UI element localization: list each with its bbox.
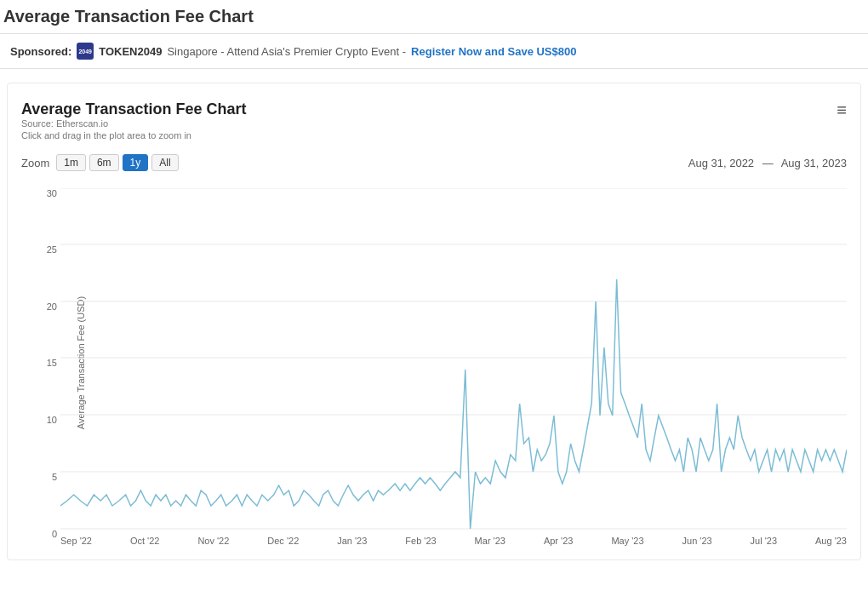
- sponsored-label: Sponsored:: [10, 45, 71, 58]
- chart-svg: [60, 188, 847, 537]
- x-label-aug23: Aug '23: [815, 536, 847, 546]
- zoom-label: Zoom: [21, 157, 49, 169]
- x-label-mar23: Mar '23: [475, 536, 505, 546]
- x-label-jan23: Jan '23: [337, 536, 367, 546]
- y-tick-10: 10: [47, 415, 57, 425]
- x-axis-labels: Sep '22 Oct '22 Nov '22 Dec '22 Jan '23 …: [60, 536, 847, 546]
- chart-area[interactable]: Average Transaction Fee (USD) 30 25 20 1…: [21, 180, 847, 546]
- y-tick-15: 15: [47, 358, 57, 368]
- chart-container: Average Transaction Fee Chart Source: Et…: [7, 83, 861, 560]
- date-range: Aug 31, 2022 — Aug 31, 2023: [688, 157, 847, 169]
- token-logo: 2049: [77, 43, 94, 60]
- hamburger-icon[interactable]: ≡: [837, 100, 847, 120]
- x-label-nov22: Nov '22: [197, 536, 229, 546]
- y-tick-25: 25: [47, 244, 57, 255]
- zoom-6m-button[interactable]: 6m: [89, 154, 119, 171]
- zoom-1y-button[interactable]: 1y: [123, 154, 149, 171]
- y-tick-30: 30: [47, 188, 57, 198]
- y-tick-5: 5: [52, 472, 57, 482]
- x-label-dec22: Dec '22: [267, 536, 299, 546]
- x-label-jul23: Jul '23: [751, 536, 777, 546]
- chart-controls: Zoom 1m 6m 1y All Aug 31, 2022 — Aug 31,…: [21, 154, 847, 171]
- chart-hint: Click and drag in the plot area to zoom …: [21, 130, 246, 141]
- zoom-1m-button[interactable]: 1m: [56, 154, 86, 171]
- chart-svg-area[interactable]: Sep '22 Oct '22 Nov '22 Dec '22 Jan '23 …: [60, 180, 847, 546]
- x-label-oct22: Oct '22: [130, 536, 160, 546]
- sponsored-bar: Sponsored: 2049 TOKEN2049 Singapore - At…: [0, 34, 868, 69]
- chart-header: Average Transaction Fee Chart Source: Et…: [21, 100, 847, 151]
- x-label-apr23: Apr '23: [544, 536, 574, 546]
- y-axis-container: Average Transaction Fee (USD) 30 25 20 1…: [21, 188, 60, 537]
- x-label-jun23: Jun '23: [682, 536, 712, 546]
- x-label-feb23: Feb '23: [405, 536, 436, 546]
- date-range-end: Aug 31, 2023: [781, 157, 847, 169]
- chart-line: [60, 279, 847, 529]
- sponsor-cta-link[interactable]: Register Now and Save US$800: [411, 45, 576, 58]
- y-tick-20: 20: [47, 301, 57, 312]
- sponsor-message: Singapore - Attend Asia's Premier Crypto…: [167, 45, 406, 58]
- chart-title: Average Transaction Fee Chart: [21, 100, 246, 118]
- date-range-start: Aug 31, 2022: [688, 157, 754, 169]
- x-label-may23: May '23: [611, 536, 643, 546]
- page-title: Average Transaction Fee Chart: [0, 0, 868, 34]
- zoom-all-button[interactable]: All: [151, 154, 178, 171]
- sponsor-token-name: TOKEN2049: [99, 45, 162, 58]
- chart-source: Source: Etherscan.io: [21, 118, 246, 129]
- y-tick-0: 0: [52, 529, 57, 539]
- zoom-controls: Zoom 1m 6m 1y All: [21, 154, 179, 171]
- x-label-sep22: Sep '22: [60, 536, 92, 546]
- date-range-separator: —: [762, 157, 774, 169]
